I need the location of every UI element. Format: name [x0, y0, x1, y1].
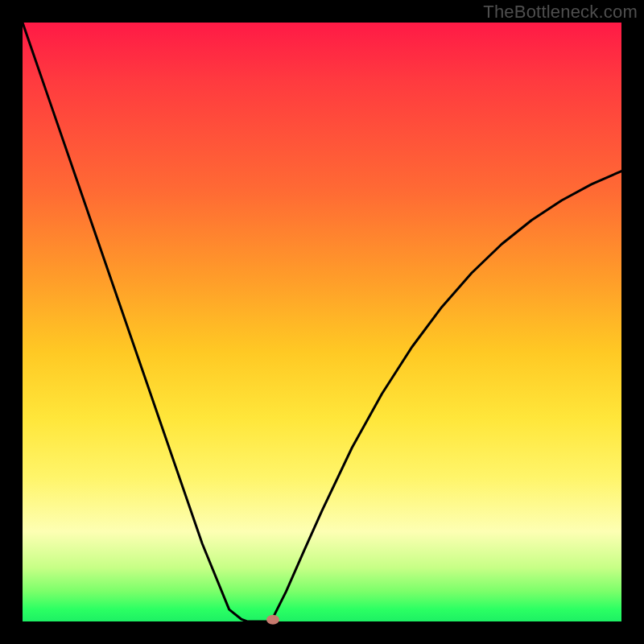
curve-svg: [23, 23, 621, 621]
plot-area: [23, 23, 621, 621]
watermark-text: TheBottleneck.com: [483, 2, 638, 23]
bottleneck-curve: [23, 23, 621, 621]
valley-marker: [266, 615, 279, 625]
chart-frame: TheBottleneck.com: [0, 0, 644, 644]
